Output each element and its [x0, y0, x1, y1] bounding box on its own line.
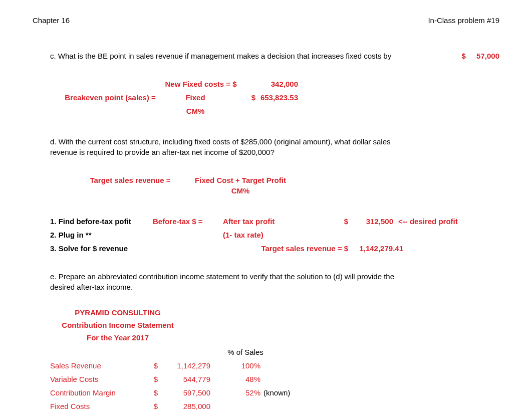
- fixed-label: Fixed: [160, 92, 230, 103]
- cm-amount: 597,500: [158, 387, 210, 398]
- sales-amount: 1,142,279: [158, 360, 210, 371]
- vc-dollar: $: [145, 374, 158, 384]
- breakeven-row: Breakeven point (sales) = Fixed $ 653,82…: [60, 92, 499, 103]
- question-c-dollar: $: [446, 51, 465, 61]
- pct-header: % of Sales: [215, 347, 276, 357]
- question-c-row: c. What is the BE point in sales revenue…: [50, 51, 499, 61]
- step-1-desc: After tax profit: [223, 216, 313, 227]
- question-c-text: c. What is the BE point in sales revenue…: [50, 51, 446, 61]
- cm-label: CM%: [160, 106, 230, 116]
- company-name: PYRAMID CONSULTING: [50, 307, 185, 318]
- cm-row: CM%: [60, 106, 499, 116]
- step-2-desc: (1- tax rate): [223, 230, 313, 240]
- section-d: d. With the current cost structure, incl…: [50, 136, 499, 254]
- fc-dollar: $: [145, 401, 158, 411]
- target-formula: Target sales revenue = Fixed Cost + Targ…: [75, 175, 499, 196]
- step-1-note: <-- desired profit: [398, 216, 458, 227]
- fixed-amount: 653,823.53: [255, 92, 298, 103]
- new-fixed-row: New Fixed costs = $ 342,000: [60, 79, 499, 89]
- step-2-label: 2. Plug in **: [50, 230, 153, 240]
- step-2-row: 2. Plug in ** (1- tax rate): [50, 230, 499, 240]
- chapter-label: Chapter 16: [33, 15, 70, 26]
- statement-period: For the Year 2017: [50, 332, 185, 343]
- new-fixed-dollar: $: [232, 80, 236, 88]
- fc-row: Fixed Costs $ 285,000: [50, 401, 499, 411]
- sales-pct: 100%: [215, 360, 260, 371]
- vc-row: Variable Costs $ 544,779 48%: [50, 374, 499, 384]
- new-fixed-label: New Fixed costs =: [160, 79, 230, 89]
- steps-block: 1. Find before-tax pofit Before-tax $ = …: [50, 216, 499, 254]
- vc-amount: 544,779: [158, 374, 210, 384]
- question-e-text: e. Prepare an abbreviated contribution i…: [50, 271, 401, 292]
- cm-label2: Contribution Margin: [50, 387, 145, 398]
- statement-header: PYRAMID CONSULTING Contribution Income S…: [50, 307, 185, 345]
- question-c-amount: 57,000: [466, 51, 499, 61]
- step-3-tsr-label: Target sales revenue = $: [223, 243, 348, 254]
- question-d-text: d. With the current cost structure, incl…: [50, 136, 401, 157]
- new-fixed-amount: 342,000: [255, 79, 298, 89]
- calc-block-c: New Fixed costs = $ 342,000 Breakeven po…: [60, 79, 499, 116]
- income-statement-table: % of Sales Sales Revenue $ 1,142,279 100…: [50, 347, 499, 411]
- sales-row: Sales Revenue $ 1,142,279 100%: [50, 360, 499, 371]
- step-1-mid: Before-tax $ =: [153, 216, 223, 227]
- cm-row: Contribution Margin $ 597,500 52% (known…: [50, 387, 499, 398]
- page-header: Chapter 16 In-Class problem #19: [33, 15, 499, 26]
- sales-dollar: $: [145, 360, 158, 371]
- statement-title: Contribution Income Statement: [50, 320, 185, 330]
- fc-amount: 285,000: [158, 401, 210, 411]
- sales-label: Sales Revenue: [50, 360, 145, 371]
- cm-known: (known): [263, 387, 290, 398]
- cm-pct: 52%: [215, 387, 260, 398]
- tsr-label: Target sales revenue =: [75, 175, 185, 185]
- vc-pct: 48%: [215, 374, 260, 384]
- step-3-row: 3. Solve for $ revenue Target sales reve…: [50, 243, 499, 254]
- stmt-header-row: % of Sales: [50, 347, 499, 357]
- tsr-numerator: Fixed Cost + Target Profit: [185, 175, 296, 185]
- fc-label: Fixed Costs: [50, 401, 145, 411]
- section-e: e. Prepare an abbreviated contribution i…: [50, 271, 499, 411]
- breakeven-label: Breakeven point (sales) =: [60, 92, 160, 103]
- cm-dollar: $: [145, 387, 158, 398]
- fixed-dollar: $: [245, 92, 255, 103]
- step-1-dollar: $: [313, 216, 348, 227]
- problem-label: In-Class problem #19: [428, 15, 499, 26]
- tsr-denominator: CM%: [185, 185, 296, 196]
- step-1-label: 1. Find before-tax pofit: [50, 216, 153, 227]
- vc-label: Variable Costs: [50, 374, 145, 384]
- step-1-row: 1. Find before-tax pofit Before-tax $ = …: [50, 216, 499, 227]
- step-1-amount: 312,500: [348, 216, 393, 227]
- step-3-amount: 1,142,279.41: [348, 243, 403, 254]
- section-c: c. What is the BE point in sales revenue…: [50, 51, 499, 116]
- step-3-label: 3. Solve for $ revenue: [50, 243, 153, 254]
